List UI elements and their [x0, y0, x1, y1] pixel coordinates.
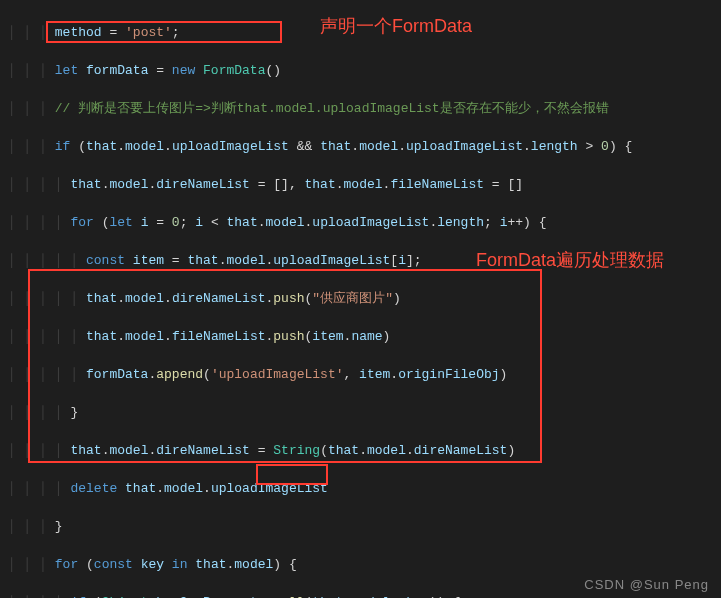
comment: // 判断是否要上传图片=>判断that.model.uploadImageLi…	[55, 101, 609, 116]
watermark: CSDN @Sun Peng	[584, 577, 709, 592]
tok: method	[55, 25, 102, 40]
code-editor: │ │ │ method = 'post'; │ │ │ let formDat…	[0, 0, 721, 598]
